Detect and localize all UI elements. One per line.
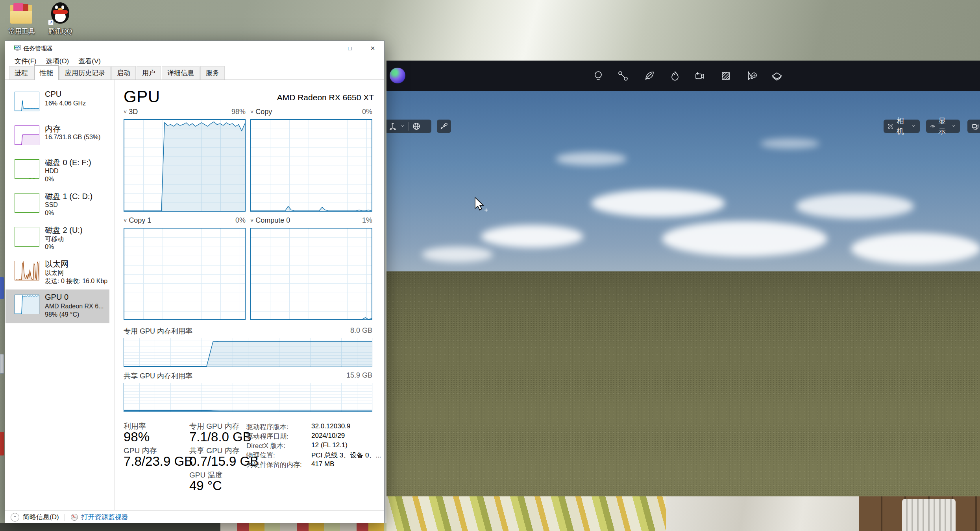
desktop-icon-common-tools[interactable]: 常用工具 [0,2,43,36]
sidebar-subtitle2: 0% [45,176,54,183]
tab-app-history[interactable]: 应用历史记录 [59,66,111,80]
engine-header-copy[interactable]: Copy 0% [250,108,372,116]
detail-value-directx-version: 12 (FL 12.1) [311,441,348,449]
memory-max: 15.9 GB [346,371,372,381]
sidebar-item-disk0[interactable]: 磁盘 0 (E: F:) HDD 0% [6,154,109,188]
window-title: 任务管理器 [23,45,53,52]
sidebar-item-gpu0[interactable]: GPU 0 AMD Radeon RX 6... 98% (49 °C) [6,289,109,323]
desktop-icon-qq[interactable]: ↗ 腾讯QQ [39,2,82,36]
qq-penguin-icon: ↗ [48,2,72,25]
3d-viewer-window: 相机 显示 移动速度: 5 中键平移视图 左键旋转视图 右键观察四周 WSADQ… [386,61,980,496]
disk1-thumbnail-chart [15,193,39,213]
menu-bar: 文件(F) 选项(O) 查看(V) [5,56,384,66]
camera-rotate-button[interactable] [967,120,980,133]
dedicated-memory-header: 专用 GPU 内存利用率 8.0 GB [124,326,372,336]
tab-processes[interactable]: 进程 [9,66,33,80]
detail-label-driver-version: 驱动程序版本: [246,422,288,431]
tab-bar: 进程 性能 应用历史记录 启动 用户 详细信息 服务 [5,66,384,79]
partial-desktop-icon [0,354,4,374]
collapse-details-icon[interactable] [11,513,19,522]
engine-chart-compute0 [250,228,372,320]
camera-rotate-icon [971,122,980,131]
sidebar-subtitle2: 0% [45,243,54,251]
stat-value-dedicated-memory: 7.1/8.0 GB [189,430,251,444]
stat-value-utilization: 98% [124,430,150,444]
app-logo-sphere[interactable] [390,68,405,83]
node-link-icon[interactable] [616,69,630,83]
minimize-button[interactable] [318,41,336,56]
sidebar-item-ethernet[interactable]: 以太网 以太网 发送: 0 接收: 16.0 Kbp [6,256,109,289]
desktop-icon-label: 常用工具 [0,27,43,36]
camera-add-icon[interactable] [693,69,706,83]
disk0-thumbnail-chart [15,159,39,179]
viewport[interactable]: 相机 显示 移动速度: 5 中键平移视图 左键旋转视图 右键观察四周 WSADQ… [386,91,980,496]
chevron-down-icon [400,123,405,129]
camera-menu-button[interactable]: 相机 [884,120,920,133]
sidebar-title: CPU [45,90,61,99]
disk2-thumbnail-chart [15,227,39,247]
sidebar-subtitle: AMD Radeon RX 6... [45,303,104,310]
sidebar-subtitle: 以太网 [45,269,64,277]
chevron-down-icon [951,123,956,129]
wallpaper-floor [0,523,220,531]
engine-chart-3d [124,119,246,212]
chevron-down-icon [250,109,253,115]
maximize-button[interactable] [341,41,359,56]
cpu-thumbnail-chart [15,92,39,111]
sidebar-title: 内存 [45,124,61,134]
engine-header-3d[interactable]: 3D 98% [124,108,246,116]
titlebar[interactable]: 任务管理器 [5,41,384,56]
stat-value-gpu-temperature: 49 °C [189,478,222,493]
sidebar-subtitle2: 发送: 0 接收: 16.0 Kbp [45,277,107,286]
flame-icon[interactable] [668,69,682,83]
task-manager-window: 任务管理器 文件(F) 选项(O) 查看(V) 进程 性能 应用历史记录 启动 … [5,41,385,523]
menu-view[interactable]: 查看(V) [74,55,105,67]
sidebar-item-disk1[interactable]: 磁盘 1 (C: D:) SSD 0% [6,188,109,222]
tab-services[interactable]: 服务 [200,66,225,80]
stat-value-gpu-memory: 7.8/23.9 GB [124,454,193,469]
camera-frame-icon [888,122,894,130]
transform-globe-button-group[interactable] [386,120,431,133]
gpu-panel-title: GPU [124,87,160,106]
partial-desktop-icon [0,432,4,455]
sidebar-item-cpu[interactable]: CPU 16% 4.06 GHz [6,87,109,120]
chevron-down-icon [250,218,253,224]
terrain-layers-icon[interactable] [770,69,784,83]
summary-toggle[interactable]: 简略信息(D) [23,513,59,522]
tab-performance[interactable]: 性能 [34,65,59,80]
sidebar-title: 磁盘 0 (E: F:) [45,157,91,168]
engine-header-copy1[interactable]: Copy 1 0% [124,216,246,225]
bulb-icon[interactable] [592,69,605,83]
pattern-fill-icon[interactable] [719,69,732,83]
sidebar-subtitle: HDD [45,168,59,175]
ethernet-thumbnail-chart [15,261,39,280]
terrain-ground [386,271,980,496]
viewer-toolbar [386,61,980,91]
tab-users[interactable]: 用户 [137,66,161,80]
leaf-icon[interactable] [643,69,656,83]
tab-details[interactable]: 详细信息 [162,66,200,80]
wallpaper-radiator [902,499,956,531]
sidebar-item-memory[interactable]: 内存 16.7/31.8 GB (53%) [6,120,109,154]
open-resource-monitor-link[interactable]: 打开资源监视器 [81,513,128,522]
sidebar-item-disk2[interactable]: 磁盘 2 (U:) 可移动 0% [6,222,109,256]
chevron-down-icon [124,109,127,115]
status-bar: 简略信息(D) 打开资源监视器 [5,510,384,524]
engine-percent: 0% [362,108,372,116]
chevron-down-icon [911,123,916,129]
tab-startup[interactable]: 启动 [111,66,136,80]
engine-header-compute0[interactable]: Compute 0 1% [250,216,372,225]
eyedropper-button[interactable] [437,120,451,133]
engine-percent: 0% [235,216,246,225]
camera-button-label: 相机 [897,116,908,136]
display-menu-button[interactable]: 显示 [926,120,960,133]
dedicated-memory-chart [124,338,372,367]
sidebar-title: 磁盘 1 (C: D:) [45,191,92,202]
gpu-thumbnail-chart [15,295,39,314]
close-button[interactable] [364,41,382,56]
cursor-add-icon[interactable] [745,69,758,83]
wallpaper-fabric [220,523,386,531]
shared-memory-chart [124,383,372,412]
desktop-icon-label: 腾讯QQ [39,27,82,36]
folder-icon [9,2,34,25]
